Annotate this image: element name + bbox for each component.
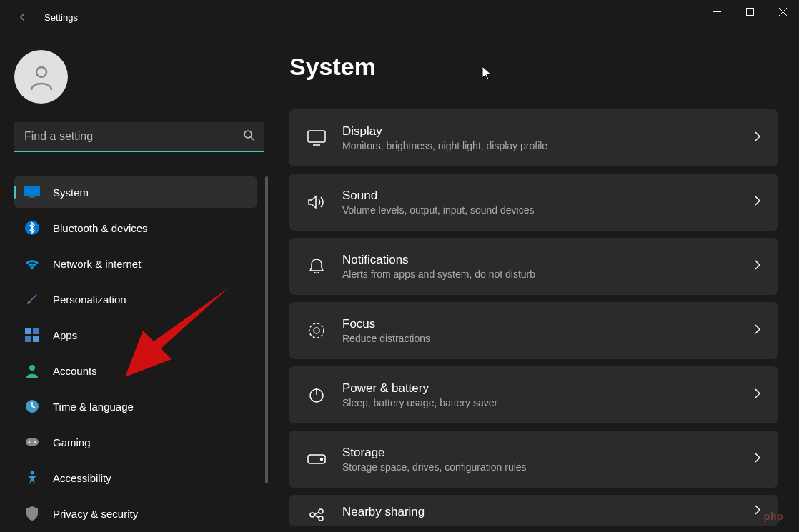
- svg-rect-8: [29, 196, 35, 198]
- settings-desc: Sleep, battery usage, battery saver: [342, 397, 755, 408]
- settings-item-notifications[interactable]: Notifications Alerts from apps and syste…: [289, 238, 778, 295]
- svg-rect-7: [24, 186, 40, 196]
- sidebar-item-time[interactable]: Time & language: [14, 391, 257, 422]
- sidebar-item-label: Gaming: [53, 436, 91, 448]
- chevron-right-icon: [755, 260, 760, 273]
- svg-point-29: [319, 509, 323, 513]
- svg-rect-13: [33, 336, 39, 342]
- sidebar-item-apps[interactable]: Apps: [14, 319, 257, 351]
- settings-title: Power & battery: [342, 381, 755, 396]
- storage-icon: [307, 449, 327, 469]
- settings-item-sound[interactable]: Sound Volume levels, output, input, soun…: [289, 174, 778, 231]
- sidebar: System Bluetooth & devices Network & int…: [0, 34, 275, 532]
- settings-desc: Monitors, brightness, night light, displ…: [342, 140, 755, 151]
- settings-item-nearby[interactable]: Nearby sharing: [289, 495, 778, 526]
- settings-title: Notifications: [342, 253, 755, 267]
- settings-title: Nearby sharing: [342, 505, 755, 519]
- avatar[interactable]: [14, 50, 68, 104]
- brush-icon: [24, 291, 40, 307]
- svg-point-30: [319, 516, 323, 521]
- svg-rect-16: [26, 438, 39, 446]
- settings-desc: Storage space, drives, configuration rul…: [342, 461, 755, 473]
- settings-item-focus[interactable]: Focus Reduce distractions: [289, 302, 778, 359]
- main-content: System Display Monitors, brightness, nig…: [275, 34, 799, 532]
- share-icon: [307, 505, 327, 525]
- close-icon: [779, 8, 787, 16]
- sidebar-item-personalization[interactable]: Personalization: [14, 283, 257, 315]
- svg-point-17: [29, 441, 31, 443]
- sidebar-item-label: Personalization: [53, 293, 126, 306]
- sound-icon: [307, 192, 327, 212]
- sidebar-item-label: Network & internet: [53, 258, 141, 270]
- system-icon: [24, 184, 40, 200]
- app-title: Settings: [44, 12, 78, 23]
- chevron-right-icon: [755, 131, 760, 144]
- focus-icon: [307, 321, 327, 341]
- sidebar-item-system[interactable]: System: [14, 176, 257, 208]
- shield-icon: [24, 506, 40, 521]
- svg-point-19: [31, 471, 34, 475]
- chevron-right-icon: [755, 196, 760, 209]
- clock-globe-icon: [24, 398, 40, 414]
- sidebar-item-privacy[interactable]: Privacy & security: [14, 498, 257, 529]
- settings-list: Display Monitors, brightness, night ligh…: [289, 109, 778, 526]
- sidebar-item-gaming[interactable]: Gaming: [14, 426, 257, 458]
- person-icon: [26, 61, 57, 93]
- sidebar-item-accessibility[interactable]: Accessibility: [14, 462, 257, 493]
- bluetooth-icon: [24, 220, 40, 236]
- sidebar-item-bluetooth[interactable]: Bluetooth & devices: [14, 212, 257, 244]
- settings-title: Focus: [342, 317, 755, 331]
- maximize-icon: [746, 8, 754, 16]
- settings-title: Storage: [342, 446, 755, 460]
- close-button[interactable]: [766, 0, 799, 23]
- titlebar: Settings: [0, 0, 799, 34]
- svg-rect-1: [746, 8, 753, 15]
- sidebar-item-label: System: [53, 186, 89, 199]
- back-button[interactable]: [13, 7, 33, 27]
- svg-point-14: [29, 365, 35, 371]
- settings-desc: Volume levels, output, input, sound devi…: [342, 204, 755, 216]
- minimize-icon: [713, 8, 721, 16]
- svg-rect-10: [25, 328, 31, 334]
- chevron-right-icon: [755, 453, 760, 466]
- search-box[interactable]: [14, 122, 264, 152]
- sidebar-item-label: Apps: [53, 329, 77, 341]
- svg-point-4: [36, 67, 46, 77]
- chevron-right-icon: [755, 388, 760, 401]
- sidebar-item-label: Privacy & security: [53, 508, 138, 520]
- minimize-button[interactable]: [700, 0, 733, 23]
- watermark: php: [764, 511, 783, 522]
- svg-rect-20: [308, 131, 325, 142]
- display-icon: [307, 128, 327, 148]
- sidebar-item-label: Bluetooth & devices: [53, 222, 148, 234]
- sidebar-item-network[interactable]: Network & internet: [14, 248, 257, 279]
- settings-item-power[interactable]: Power & battery Sleep, battery usage, ba…: [289, 366, 778, 423]
- settings-item-storage[interactable]: Storage Storage space, drives, configura…: [289, 431, 778, 488]
- apps-icon: [24, 327, 40, 343]
- bell-icon: [307, 256, 327, 276]
- svg-line-6: [251, 137, 254, 140]
- settings-title: Display: [342, 124, 755, 139]
- sidebar-item-label: Time & language: [53, 401, 134, 413]
- page-title: System: [289, 53, 778, 81]
- svg-point-23: [314, 328, 319, 333]
- nav-scrollbar[interactable]: [265, 176, 268, 483]
- settings-desc: Alerts from apps and system, do not dist…: [342, 268, 755, 280]
- settings-title: Sound: [342, 189, 755, 203]
- chevron-right-icon: [755, 324, 760, 337]
- svg-rect-12: [25, 336, 31, 342]
- sidebar-item-accounts[interactable]: Accounts: [14, 355, 257, 386]
- search-input[interactable]: [24, 130, 243, 143]
- wifi-icon: [24, 256, 40, 271]
- search-icon: [243, 129, 254, 144]
- svg-point-27: [321, 458, 323, 461]
- maximize-button[interactable]: [733, 0, 766, 23]
- window-controls: [700, 0, 799, 23]
- settings-item-display[interactable]: Display Monitors, brightness, night ligh…: [289, 109, 778, 166]
- svg-point-18: [34, 441, 36, 443]
- person-icon: [24, 363, 40, 378]
- chevron-right-icon: [755, 505, 760, 518]
- svg-point-5: [244, 131, 252, 138]
- accessibility-icon: [24, 470, 40, 486]
- back-arrow-icon: [17, 11, 29, 23]
